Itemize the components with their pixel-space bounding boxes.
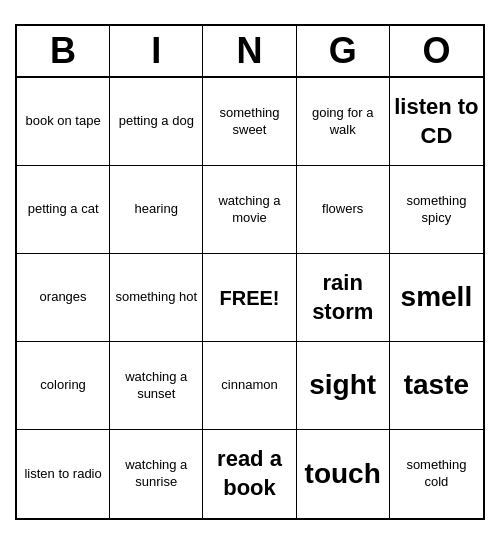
bingo-cell: listen to radio [17,430,110,518]
bingo-cell: watching a movie [203,166,296,254]
bingo-cell: something hot [110,254,203,342]
header-letter: N [203,26,296,76]
bingo-cell: listen to CD [390,78,483,166]
bingo-cell: hearing [110,166,203,254]
header-letter: G [297,26,390,76]
bingo-cell: FREE! [203,254,296,342]
bingo-cell: taste [390,342,483,430]
header-letter: O [390,26,483,76]
bingo-cell: petting a cat [17,166,110,254]
bingo-cell: flowers [297,166,390,254]
bingo-cell: sight [297,342,390,430]
bingo-cell: petting a dog [110,78,203,166]
bingo-cell: something sweet [203,78,296,166]
bingo-cell: cinnamon [203,342,296,430]
bingo-cell: going for a walk [297,78,390,166]
bingo-cell: rain storm [297,254,390,342]
bingo-cell: book on tape [17,78,110,166]
bingo-header: BINGO [17,26,483,78]
bingo-cell: watching a sunrise [110,430,203,518]
bingo-grid: book on tapepetting a dogsomething sweet… [17,78,483,518]
bingo-cell: coloring [17,342,110,430]
header-letter: B [17,26,110,76]
bingo-cell: watching a sunset [110,342,203,430]
bingo-card: BINGO book on tapepetting a dogsomething… [15,24,485,520]
header-letter: I [110,26,203,76]
bingo-cell: something spicy [390,166,483,254]
bingo-cell: read a book [203,430,296,518]
bingo-cell: smell [390,254,483,342]
bingo-cell: oranges [17,254,110,342]
bingo-cell: something cold [390,430,483,518]
bingo-cell: touch [297,430,390,518]
